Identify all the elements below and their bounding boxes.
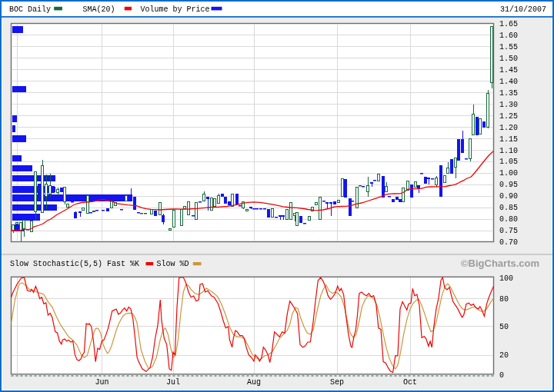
svg-text:1.65: 1.65 [499, 20, 518, 28]
svg-text:1.45: 1.45 [499, 66, 518, 75]
svg-text:1.15: 1.15 [499, 135, 518, 144]
svg-text:31/10/2007: 31/10/2007 [500, 5, 546, 14]
svg-text:1.05: 1.05 [499, 158, 518, 166]
svg-text:1.20: 1.20 [499, 124, 518, 132]
svg-text:20: 20 [499, 351, 509, 360]
svg-text:0.90: 0.90 [499, 192, 518, 201]
svg-text:1.10: 1.10 [499, 147, 518, 155]
svg-text:©BigCharts.com: ©BigCharts.com [461, 257, 539, 269]
svg-text:SMA(20): SMA(20) [83, 5, 115, 14]
svg-text:0.70: 0.70 [499, 238, 518, 247]
svg-text:Slow Stochastic(5,5) Fast %K: Slow Stochastic(5,5) Fast %K [10, 260, 139, 268]
svg-text:0.75: 0.75 [499, 227, 518, 235]
svg-text:80: 80 [499, 295, 509, 304]
svg-text:Jun: Jun [95, 378, 108, 387]
svg-text:Sep: Sep [330, 378, 344, 387]
svg-text:50: 50 [499, 323, 509, 331]
svg-text:1.00: 1.00 [499, 169, 518, 178]
svg-text:100: 100 [499, 274, 513, 283]
svg-text:0.95: 0.95 [499, 181, 518, 189]
svg-text:1.50: 1.50 [499, 55, 518, 63]
svg-text:1.40: 1.40 [499, 78, 518, 86]
svg-text:Jul: Jul [166, 378, 180, 387]
svg-text:1.35: 1.35 [499, 89, 518, 98]
svg-text:1.30: 1.30 [499, 101, 518, 109]
svg-text:1.25: 1.25 [499, 112, 518, 121]
svg-text:Oct: Oct [403, 378, 417, 387]
svg-text:1.55: 1.55 [499, 43, 518, 51]
svg-text:Aug: Aug [247, 378, 261, 387]
svg-text:BOC Daily: BOC Daily [9, 5, 51, 14]
svg-text:0.85: 0.85 [499, 204, 518, 212]
svg-text:0.80: 0.80 [499, 215, 518, 224]
svg-text:1.60: 1.60 [499, 32, 518, 40]
svg-text:0: 0 [499, 371, 504, 380]
svg-text:Volume by Price: Volume by Price [141, 5, 210, 14]
svg-text:Slow %D: Slow %D [157, 260, 189, 268]
